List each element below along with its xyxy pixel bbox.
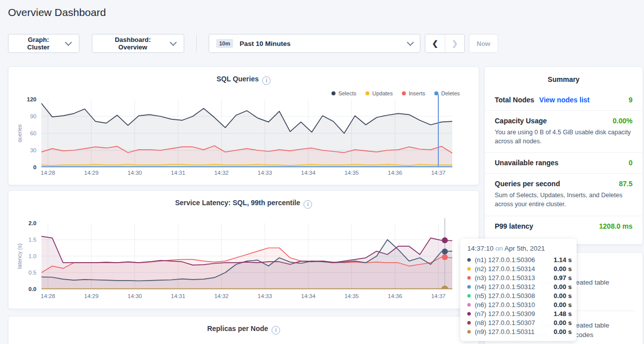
svg-text:14:30: 14:30 bbox=[127, 293, 142, 299]
graph-selector-label: Graph: Cluster bbox=[16, 36, 60, 51]
time-prev-button[interactable]: ❮ bbox=[425, 34, 445, 52]
svg-text:14:36: 14:36 bbox=[388, 293, 402, 299]
svg-text:0.0: 0.0 bbox=[28, 286, 36, 292]
svg-text:queries: queries bbox=[16, 124, 22, 142]
node-color-dot-icon bbox=[467, 258, 471, 262]
svg-text:14:37: 14:37 bbox=[431, 170, 446, 176]
time-nav-group: ❮ ❯ bbox=[425, 34, 465, 53]
chevron-down-icon bbox=[65, 39, 72, 46]
svg-text:14:30: 14:30 bbox=[127, 170, 142, 176]
node-color-dot-icon bbox=[467, 303, 471, 307]
svg-text:14:37: 14:37 bbox=[431, 293, 446, 299]
dashboard-selector-dropdown[interactable]: Dashboard: Overview bbox=[92, 34, 184, 53]
capacity-usage-label: Capacity Usage bbox=[495, 117, 547, 125]
svg-text:14:35: 14:35 bbox=[344, 170, 359, 176]
summary-panel: Summary Total Nodes View nodes list 9 Ca… bbox=[484, 66, 643, 245]
node-color-dot-icon bbox=[467, 276, 471, 280]
summary-row-queries-per-second: Queries per second 87.5 Sum of Selects, … bbox=[485, 174, 643, 216]
replicas-per-node-card: Replicas per Node bbox=[8, 316, 479, 344]
time-window-badge: 10m bbox=[216, 39, 233, 48]
svg-text:30: 30 bbox=[30, 147, 36, 153]
queries-per-second-value: 87.5 bbox=[619, 180, 633, 188]
node-color-dot-icon bbox=[467, 321, 471, 325]
capacity-usage-description: You are using 0 B of 4.5 GiB usable disk… bbox=[495, 128, 633, 146]
svg-text:14:36: 14:36 bbox=[388, 170, 402, 176]
tooltip-row-n2: (n2) 127.0.0.1:503140.00 s bbox=[467, 264, 570, 273]
tooltip-row-n7: (n7) 127.0.0.1:503091.48 s bbox=[467, 309, 570, 318]
svg-text:0.5: 0.5 bbox=[28, 270, 36, 276]
tooltip-row-n5: (n5) 127.0.0.1:503080.00 s bbox=[467, 291, 570, 300]
svg-text:14:31: 14:31 bbox=[171, 170, 185, 176]
tooltip-row-n9: (n9) 127.0.0.1:503110.00 s bbox=[467, 327, 570, 336]
total-nodes-value: 9 bbox=[629, 96, 633, 104]
svg-text:14:28: 14:28 bbox=[41, 293, 55, 299]
sql-queries-card: SQL Queries Selects Updates Inserts Dele… bbox=[8, 66, 479, 185]
node-color-dot-icon bbox=[467, 294, 471, 298]
svg-text:14:33: 14:33 bbox=[258, 170, 272, 176]
queries-per-second-label: Queries per second bbox=[495, 180, 560, 188]
dashboard-selector-label: Dashboard: Overview bbox=[100, 36, 165, 51]
replicas-per-node-title: Replicas per Node bbox=[8, 325, 479, 335]
summary-row-total-nodes: Total Nodes View nodes list 9 bbox=[485, 90, 643, 111]
chevron-down-icon bbox=[170, 39, 177, 46]
svg-text:14:32: 14:32 bbox=[214, 170, 229, 176]
svg-text:latency (s): latency (s) bbox=[16, 244, 22, 269]
queries-per-second-description: Sum of Selects, Updates, Inserts, and De… bbox=[495, 191, 633, 209]
view-nodes-list-link[interactable]: View nodes list bbox=[539, 96, 590, 104]
p99-latency-value: 1208.0 ms bbox=[599, 222, 633, 230]
graph-selector-dropdown[interactable]: Graph: Cluster bbox=[8, 34, 79, 53]
service-latency-chart[interactable]: 14:2814:2914:3014:3114:3214:3314:3414:35… bbox=[8, 191, 480, 310]
summary-row-capacity-usage: Capacity Usage 0.00% You are using 0 B o… bbox=[485, 111, 643, 153]
capacity-usage-value: 0.00% bbox=[613, 117, 633, 125]
time-window-selector[interactable]: 10m Past 10 Minutes bbox=[209, 34, 420, 53]
chart-tooltip: 14:37:10 on Apr 5th, 2021 (n1) 127.0.0.1… bbox=[460, 239, 577, 341]
svg-text:14:34: 14:34 bbox=[301, 170, 316, 176]
summary-row-unavailable-ranges: Unavailable ranges 0 bbox=[485, 153, 643, 174]
info-icon[interactable] bbox=[272, 326, 280, 335]
svg-text:14:28: 14:28 bbox=[41, 170, 55, 176]
svg-text:14:32: 14:32 bbox=[214, 293, 229, 299]
summary-title: Summary bbox=[485, 67, 643, 90]
summary-row-p99-latency: P99 latency 1208.0 ms bbox=[485, 216, 643, 237]
tooltip-timestamp: 14:37:10 on Apr 5th, 2021 bbox=[467, 245, 570, 252]
svg-text:1.5: 1.5 bbox=[28, 237, 36, 243]
svg-text:14:29: 14:29 bbox=[84, 170, 99, 176]
svg-text:1.0: 1.0 bbox=[28, 253, 36, 259]
now-button[interactable]: Now bbox=[469, 34, 498, 53]
svg-text:120: 120 bbox=[27, 96, 36, 102]
svg-text:60: 60 bbox=[30, 130, 36, 136]
node-color-dot-icon bbox=[467, 312, 471, 316]
node-color-dot-icon bbox=[467, 285, 471, 289]
tooltip-row-n6: (n6) 127.0.0.1:503100.00 s bbox=[467, 300, 570, 309]
svg-text:14:31: 14:31 bbox=[171, 293, 185, 299]
unavailable-ranges-label: Unavailable ranges bbox=[495, 159, 559, 167]
svg-text:90: 90 bbox=[30, 113, 36, 119]
tooltip-row-n8: (n8) 127.0.0.1:503070.00 s bbox=[467, 318, 570, 327]
svg-text:14:35: 14:35 bbox=[344, 293, 359, 299]
node-color-dot-icon bbox=[467, 267, 471, 271]
chevron-down-icon bbox=[407, 39, 414, 46]
svg-text:14:29: 14:29 bbox=[84, 293, 99, 299]
total-nodes-label: Total Nodes bbox=[495, 96, 534, 104]
node-color-dot-icon bbox=[467, 330, 471, 334]
tooltip-row-n4: (n4) 127.0.0.1:503120.00 s bbox=[467, 282, 570, 291]
page-title: Overview Dashboard bbox=[8, 6, 106, 18]
svg-text:2.0: 2.0 bbox=[28, 220, 36, 226]
time-window-label: Past 10 Minutes bbox=[240, 40, 291, 47]
svg-text:14:33: 14:33 bbox=[258, 293, 272, 299]
tooltip-row-n3: (n3) 127.0.0.1:503130.97 s bbox=[467, 273, 570, 282]
svg-text:14:34: 14:34 bbox=[301, 293, 316, 299]
sql-queries-chart[interactable]: 14:2814:2914:3014:3114:3214:3314:3414:35… bbox=[8, 67, 480, 186]
p99-latency-label: P99 latency bbox=[495, 222, 533, 230]
unavailable-ranges-value: 0 bbox=[629, 159, 633, 167]
time-next-button[interactable]: ❯ bbox=[445, 34, 464, 52]
toolbar-divider bbox=[196, 35, 197, 52]
service-latency-card: Service Latency: SQL, 99th percentile 14… bbox=[8, 190, 479, 309]
tooltip-row-n1: (n1) 127.0.0.1:503061.14 s bbox=[467, 255, 570, 264]
svg-text:0: 0 bbox=[33, 164, 36, 170]
